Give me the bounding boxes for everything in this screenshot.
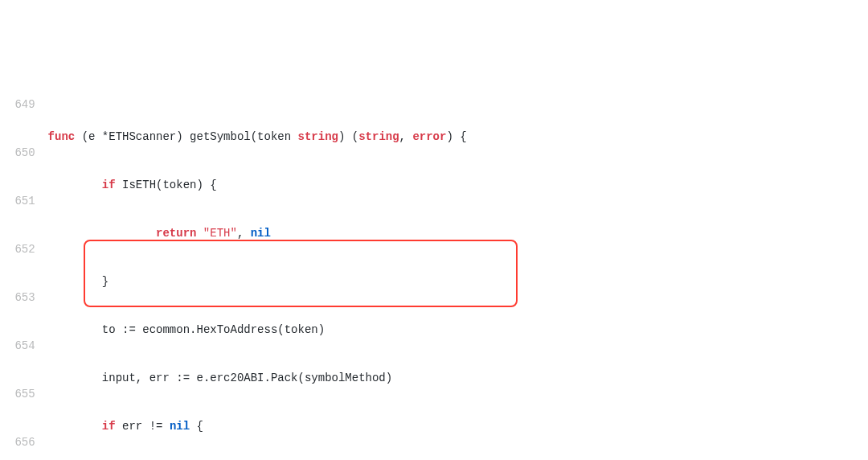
- line-number: 650: [8, 145, 35, 161]
- line-number: 649: [8, 97, 35, 113]
- code-line[interactable]: }: [48, 273, 868, 290]
- code-view: 649 650 651 652 653 654 655 656 657 658 …: [0, 64, 868, 460]
- line-number: 651: [8, 193, 35, 209]
- line-number: 653: [8, 290, 35, 306]
- line-number: 655: [8, 386, 35, 402]
- code-line[interactable]: func (e *ETHScanner) getSymbol(token str…: [48, 129, 868, 145]
- code-area[interactable]: func (e *ETHScanner) getSymbol(token str…: [48, 64, 868, 460]
- line-number-gutter: 649 650 651 652 653 654 655 656 657 658 …: [0, 64, 48, 460]
- line-number: 652: [8, 241, 35, 257]
- line-number: 654: [8, 338, 35, 354]
- code-line[interactable]: if err != nil {: [48, 418, 868, 434]
- code-line[interactable]: return "ETH", nil: [48, 225, 868, 241]
- line-number: 656: [8, 434, 35, 450]
- code-line[interactable]: to := ecommon.HexToAddress(token): [48, 322, 868, 338]
- code-line[interactable]: if IsETH(token) {: [48, 177, 868, 193]
- code-line[interactable]: input, err := e.erc20ABI.Pack(symbolMeth…: [48, 370, 868, 386]
